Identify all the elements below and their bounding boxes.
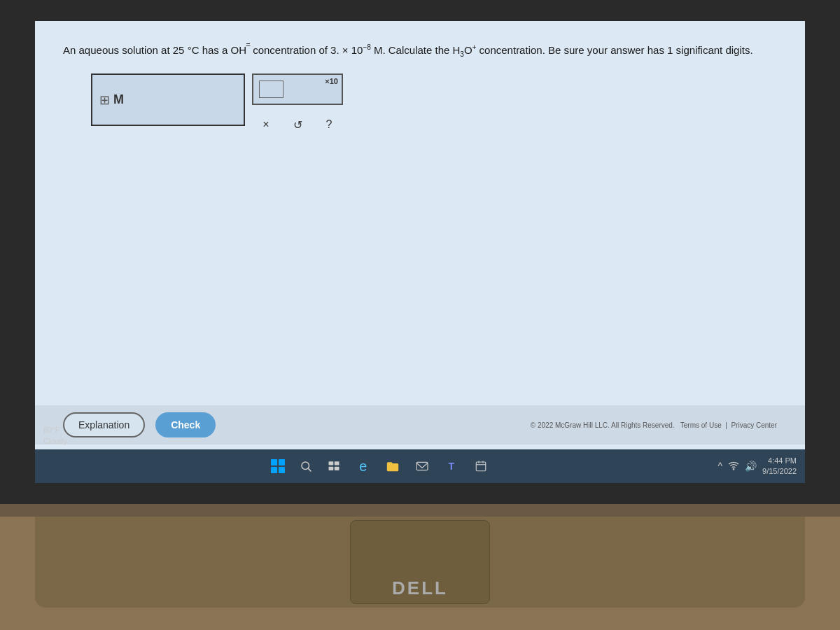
svg-rect-3 [334, 461, 339, 465]
privacy-link[interactable]: Privacy Center [731, 421, 777, 429]
weather-condition: Cloudy [43, 436, 67, 447]
dell-logo: DELL [392, 578, 448, 599]
start-button[interactable] [265, 454, 290, 479]
question-area: An aqueous solution at 25 °C has a OH‾ c… [35, 21, 805, 149]
copyright-main: © 2022 McGraw Hill LLC. All Rights Reser… [531, 421, 675, 429]
sci-input-container[interactable]: ×10 [252, 74, 343, 105]
answer-section: ⊞ M ×10 × ↺ ? [91, 74, 777, 135]
svg-rect-5 [334, 467, 339, 470]
calendar-button[interactable] [468, 454, 493, 479]
chevron-up-icon[interactable]: ^ [718, 461, 722, 472]
time-display: 4:44 PM [762, 456, 797, 466]
weather-temp: 80°F [43, 425, 67, 435]
sci-notation-box: ×10 × ↺ ? [252, 74, 343, 135]
m-label: M [113, 92, 124, 107]
teams-button[interactable]: T [439, 454, 464, 479]
explanation-button[interactable]: Explanation [63, 412, 145, 438]
svg-rect-4 [328, 467, 333, 470]
taskbar-items: e T [43, 454, 715, 479]
taskbar: 80°F Cloudy [35, 449, 805, 483]
help-button[interactable]: ? [318, 114, 340, 135]
network-icon[interactable] [728, 460, 739, 473]
svg-point-11 [733, 468, 734, 469]
question-text: An aqueous solution at 25 °C has a OH‾ c… [63, 42, 777, 59]
answer-input-box[interactable]: ⊞ M [91, 74, 245, 126]
terms-link[interactable]: Terms of Use [680, 421, 722, 429]
mail-button[interactable] [410, 454, 435, 479]
weather-widget: 80°F Cloudy [43, 425, 67, 447]
bottom-bar: Explanation Check © 2022 McGraw Hill LLC… [35, 405, 805, 444]
file-explorer-button[interactable] [380, 454, 405, 479]
check-button[interactable]: Check [155, 412, 216, 438]
taskbar-time: 4:44 PM 9/15/2022 [762, 456, 797, 477]
svg-point-0 [302, 462, 309, 470]
svg-line-1 [308, 468, 311, 471]
taskbar-right: ^ 🔊 4:44 PM 9/15/2022 [718, 456, 797, 477]
laptop-hinge [0, 504, 840, 517]
laptop-screen-bezel: An aqueous solution at 25 °C has a OH‾ c… [0, 0, 840, 504]
date-display: 9/15/2022 [762, 466, 797, 477]
undo-button[interactable]: ↺ [287, 114, 308, 135]
copyright-text: © 2022 McGraw Hill LLC. All Rights Reser… [531, 421, 777, 429]
svg-rect-7 [476, 462, 486, 471]
screen: An aqueous solution at 25 °C has a OH‾ c… [35, 21, 805, 483]
left-buttons: Explanation Check [63, 412, 216, 438]
volume-icon[interactable]: 🔊 [745, 461, 757, 472]
laptop-base: DELL [35, 517, 805, 608]
times-ten-label: ×10 [325, 77, 338, 85]
taskbar-search-button[interactable] [295, 455, 317, 477]
taskview-button[interactable] [321, 454, 346, 479]
clear-button[interactable]: × [255, 114, 276, 135]
edge-browser-button[interactable]: e [351, 454, 376, 479]
exponent-input[interactable] [259, 80, 284, 98]
control-buttons: × ↺ ? [255, 114, 340, 135]
content-area: An aqueous solution at 25 °C has a OH‾ c… [35, 21, 805, 483]
windows-icon [271, 459, 285, 473]
copy-icon: ⊞ [99, 92, 110, 108]
svg-rect-2 [328, 461, 333, 465]
svg-rect-6 [416, 462, 428, 470]
laptop-bottom: DELL [0, 504, 840, 630]
